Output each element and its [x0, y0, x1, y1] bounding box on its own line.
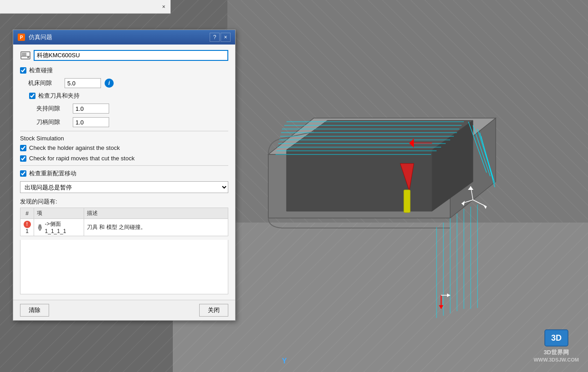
svg-rect-32	[404, 190, 410, 213]
outer-titlebar: ×	[0, 0, 171, 14]
dialog-help-button[interactable]: ?	[210, 33, 220, 42]
info-icon[interactable]: i	[105, 79, 114, 88]
simulation-issues-dialog: P 仿真问题 ? × 检查碰撞 机床间隙	[13, 30, 236, 321]
dialog-body: 检查碰撞 机床间隙 i 检查刀具和夹持 夹持间隙 刀柄间隙 Stock Simu…	[13, 45, 235, 300]
check-collision-label: 检查碰撞	[29, 66, 53, 74]
dialog-titlebar: P 仿真问题 ? ×	[13, 30, 235, 45]
close-dialog-button[interactable]: 关闭	[199, 304, 228, 317]
col-header-num: #	[20, 208, 34, 219]
svg-text:3D: 3D	[551, 333, 562, 342]
dropdown-row: 出现问题总是暂停 出现问题时停止 忽略问题	[20, 181, 228, 193]
col-header-item: 项	[34, 208, 84, 219]
svg-rect-53	[27, 56, 29, 58]
dialog-title-icon: P	[18, 34, 25, 41]
check-reconfig-row: 检查重新配置移动	[20, 169, 228, 178]
dialog-title-text: 仿真问题	[29, 33, 52, 41]
check-rapid-checkbox[interactable]	[20, 155, 26, 162]
machine-icon	[20, 50, 31, 61]
table-row: ! 1->侧面1_1_1_1刀具 和 模型 之间碰撞。	[20, 219, 228, 236]
check-holder-stock-row: Check the holder against the stock	[20, 144, 228, 151]
separator-1	[20, 131, 228, 131]
table-cell-item: ->侧面1_1_1_1	[34, 219, 84, 236]
dialog-controls: ? ×	[210, 33, 231, 42]
check-collision-row: 检查碰撞	[20, 66, 228, 74]
watermark-line1: 3D世界网	[533, 349, 579, 357]
dialog-close-button[interactable]: ×	[221, 33, 231, 42]
machine-clearance-label: 机床间隙	[28, 79, 65, 87]
check-holder-stock-checkbox[interactable]	[20, 145, 26, 151]
dialog-footer: 清除 关闭	[13, 300, 235, 320]
machine-clearance-row: 机床间隙 i	[20, 78, 228, 88]
check-rapid-row: Check for rapid moves that cut the stock	[20, 155, 228, 162]
check-rapid-label: Check for rapid moves that cut the stock	[29, 155, 135, 162]
svg-rect-52	[22, 53, 26, 56]
check-holder-stock-label: Check the holder against the stock	[29, 144, 120, 151]
table-header-row: # 项 描述	[20, 208, 228, 219]
check-tool-holder-label: 检查刀具和夹持	[38, 92, 80, 100]
machine-clearance-input[interactable]	[65, 78, 101, 88]
table-cell-desc: 刀具 和 模型 之间碰撞。	[84, 219, 228, 236]
check-tool-holder-checkbox[interactable]	[29, 93, 35, 99]
shank-clearance-input[interactable]	[73, 117, 109, 127]
svg-rect-56	[39, 228, 40, 230]
separator-2	[20, 165, 228, 166]
holder-clearance-label: 夹持间隙	[36, 104, 73, 113]
check-reconfig-label: 检查重新配置移动	[29, 169, 76, 178]
machine-name-row	[20, 50, 228, 61]
holder-clearance-row: 夹持间隙	[20, 104, 228, 114]
watermark-line2: WWW.3DSJW.COM	[533, 357, 579, 363]
stock-simulation-label: Stock Simulation	[20, 135, 228, 142]
outer-close-button[interactable]: ×	[159, 2, 168, 11]
clear-button[interactable]: 清除	[20, 304, 49, 317]
dialog-title-left: P 仿真问题	[18, 33, 52, 41]
shank-clearance-label: 刀柄间隙	[36, 118, 73, 126]
table-cell-error-icon: ! 1	[20, 219, 34, 236]
pause-dropdown[interactable]: 出现问题总是暂停 出现问题时停止 忽略问题	[20, 181, 228, 193]
issues-table: # 项 描述 ! 1->侧面1_1_1_1刀具 和 模型 之间碰撞。	[20, 208, 228, 236]
col-header-desc: 描述	[84, 208, 228, 219]
watermark-icon: 3D	[544, 329, 569, 347]
shank-clearance-row: 刀柄间隙	[20, 117, 228, 127]
check-collision-checkbox[interactable]	[20, 67, 26, 74]
check-reconfig-checkbox[interactable]	[20, 170, 26, 177]
issues-table-empty-area	[20, 240, 228, 294]
check-tool-holder-row: 检查刀具和夹持	[20, 92, 228, 100]
issues-found-label: 发现的问题有:	[20, 198, 228, 206]
machine-name-input[interactable]	[34, 50, 228, 61]
svg-text:Y: Y	[282, 357, 287, 365]
holder-clearance-input[interactable]	[73, 104, 109, 114]
watermark: 3D 3D世界网 WWW.3DSJW.COM	[533, 329, 579, 363]
